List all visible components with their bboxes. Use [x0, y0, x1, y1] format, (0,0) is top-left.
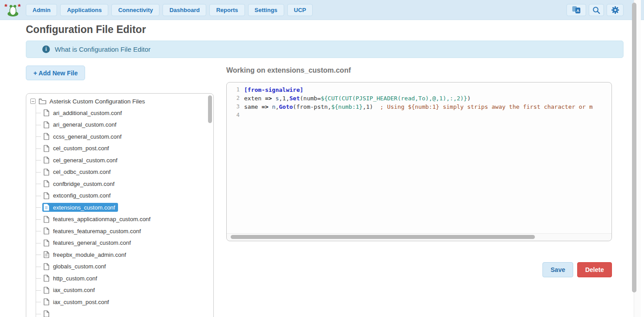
config-code-editor[interactable]: 1234 [from-signalwire]exten => s,1,Set(n…: [226, 82, 612, 241]
tree-item-body[interactable]: ccss_general_custom.conf: [42, 132, 125, 141]
file-icon: [43, 216, 49, 223]
nav-item-applications[interactable]: Applications: [60, 4, 108, 16]
page-scrollbar-thumb[interactable]: [632, 3, 636, 292]
file-icon: [43, 310, 49, 317]
file-icon: [43, 109, 49, 116]
search-button[interactable]: [589, 4, 604, 16]
nav-right-icons: A: [567, 4, 624, 16]
tree-file-ccss_general_custom.conf[interactable]: ccss_general_custom.conf: [26, 131, 213, 143]
translate-icon: A: [572, 6, 581, 14]
tree-file-features_applicationmap_custom.conf[interactable]: features_applicationmap_custom.conf: [26, 214, 213, 226]
nav-item-dashboard[interactable]: Dashboard: [163, 4, 206, 16]
file-name-label: cel_custom_post.conf: [53, 145, 109, 152]
tree-item-body[interactable]: ari_general_custom.conf: [42, 120, 119, 129]
file-name-label: ccss_general_custom.conf: [53, 133, 122, 140]
file-icon: [43, 227, 49, 235]
tree-file-http_custom.conf[interactable]: http_custom.conf: [26, 272, 213, 284]
search-icon: [592, 6, 600, 14]
file-icon: [43, 169, 49, 176]
tree-item-body[interactable]: features_general_custom.conf: [42, 239, 134, 247]
freepbx-logo-icon[interactable]: * *: [4, 2, 22, 17]
tree-item-body[interactable]: [42, 309, 56, 317]
delete-button[interactable]: Delete: [577, 262, 612, 277]
tree-file-extensions_custom.conf[interactable]: extensions_custom.conf: [26, 202, 213, 214]
file-name-label: features_general_custom.conf: [53, 239, 131, 246]
tree-file-cel_custom_post.conf[interactable]: cel_custom_post.conf: [26, 143, 213, 155]
collapse-icon[interactable]: [30, 99, 36, 104]
line-number: 2: [230, 94, 240, 103]
tree-scrollbar-thumb[interactable]: [208, 95, 212, 123]
tree-file-freepbx_module_admin.conf[interactable]: freepbx_module_admin.conf: [26, 249, 213, 261]
nav-menu: AdminApplicationsConnectivityDashboardRe…: [26, 4, 313, 16]
file-icon: [43, 275, 49, 282]
tree-item-body[interactable]: cel_general_custom.conf: [42, 156, 121, 165]
nav-item-ucp[interactable]: UCP: [287, 4, 313, 16]
tree-item-body[interactable]: globals_custom.conf: [42, 262, 109, 271]
editor-hscroll-thumb[interactable]: [231, 235, 535, 239]
tree-item-body[interactable]: features_applicationmap_custom.conf: [42, 215, 154, 224]
tree-file-ari_general_custom.conf[interactable]: ari_general_custom.conf: [26, 119, 213, 131]
nav-item-reports[interactable]: Reports: [209, 4, 245, 16]
file-icon: [43, 204, 49, 211]
tree-file-extconfig_custom.conf[interactable]: extconfig_custom.conf: [26, 190, 213, 202]
code-line[interactable]: [244, 111, 611, 119]
tree-item-body[interactable]: ari_additional_custom.conf: [42, 108, 125, 117]
file-name-label: freepbx_module_admin.conf: [53, 251, 126, 258]
tree-file-iax_custom.conf[interactable]: iax_custom.conf: [26, 284, 213, 296]
page-title: Configuration File Editor: [26, 24, 146, 36]
code-line[interactable]: exten => s,1,Set(numb=${CUT(CUT(PJSIP_HE…: [244, 94, 611, 103]
nav-item-connectivity[interactable]: Connectivity: [111, 4, 159, 16]
file-icon: [43, 156, 49, 164]
file-name-label: ari_general_custom.conf: [53, 121, 116, 128]
file-name-label: cel_odbc_custom.conf: [53, 169, 110, 175]
file-icon: [43, 121, 49, 128]
tree-root-label: Asterisk Custom Configuration Files: [49, 98, 145, 105]
file-tree-panel: Asterisk Custom Configuration Files ari_…: [26, 93, 214, 317]
tree-item-body[interactable]: freepbx_module_admin.conf: [42, 250, 129, 259]
tree-file-ari_additional_custom.conf[interactable]: ari_additional_custom.conf: [26, 107, 213, 119]
tree-file-cel_odbc_custom.conf[interactable]: cel_odbc_custom.conf: [26, 166, 213, 178]
code-area[interactable]: [from-signalwire]exten => s,1,Set(numb=$…: [244, 86, 611, 230]
working-on-heading: Working on extensions_custom.conf: [226, 66, 351, 74]
tree-item-body[interactable]: features_featuremap_custom.conf: [42, 226, 144, 235]
file-name-label: http_custom.conf: [53, 275, 97, 282]
file-name-label: iax_custom_post.conf: [53, 299, 109, 305]
tree-item-body[interactable]: extconfig_custom.conf: [42, 191, 114, 200]
tree-item-body[interactable]: iax_custom.conf: [42, 286, 98, 295]
tree-item-body[interactable]: cel_odbc_custom.conf: [42, 168, 114, 177]
tree-file-partial[interactable]: [26, 308, 213, 317]
tree-file-iax_custom_post.conf[interactable]: iax_custom_post.conf: [26, 296, 213, 308]
top-navbar: * * AdminApplicationsConnectivityDashboa…: [0, 0, 644, 20]
line-number: 1: [230, 86, 240, 94]
info-banner[interactable]: i What is Configuration File Editor: [26, 41, 624, 58]
file-icon: [43, 133, 49, 140]
tree-item-body[interactable]: iax_custom_post.conf: [42, 297, 112, 306]
file-name-label: confbridge_custom.conf: [53, 181, 114, 187]
file-icon: [43, 298, 49, 305]
nav-item-admin[interactable]: Admin: [26, 4, 57, 16]
code-line[interactable]: [from-signalwire]: [244, 86, 611, 94]
file-icon: [43, 192, 49, 199]
svg-text:*: *: [18, 3, 21, 11]
file-icon: [43, 145, 49, 152]
tree-item-body[interactable]: http_custom.conf: [42, 274, 100, 283]
translate-button[interactable]: A: [567, 4, 586, 16]
add-new-file-button[interactable]: + Add New File: [26, 66, 85, 80]
tree-file-features_featuremap_custom.conf[interactable]: features_featuremap_custom.conf: [26, 225, 213, 237]
settings-button[interactable]: [607, 4, 624, 16]
tree-item-body[interactable]: confbridge_custom.conf: [42, 179, 118, 188]
tree-file-globals_custom.conf[interactable]: globals_custom.conf: [26, 261, 213, 273]
code-editor-body[interactable]: 1234 [from-signalwire]exten => s,1,Set(n…: [227, 82, 611, 230]
code-line[interactable]: same => n,Goto(from-pstn,${numb:1},1) ; …: [244, 103, 611, 111]
save-button[interactable]: Save: [542, 262, 573, 277]
tree-root-node[interactable]: Asterisk Custom Configuration Files: [26, 95, 213, 107]
file-name-label: features_applicationmap_custom.conf: [53, 216, 151, 222]
nav-item-settings[interactable]: Settings: [248, 4, 284, 16]
tree-file-features_general_custom.conf[interactable]: features_general_custom.conf: [26, 237, 213, 249]
editor-actions: Save Delete: [542, 262, 612, 277]
line-number: 3: [230, 103, 240, 111]
tree-file-cel_general_custom.conf[interactable]: cel_general_custom.conf: [26, 154, 213, 166]
tree-file-confbridge_custom.conf[interactable]: confbridge_custom.conf: [26, 178, 213, 190]
tree-item-body[interactable]: extensions_custom.conf: [42, 203, 118, 212]
tree-item-body[interactable]: cel_custom_post.conf: [42, 144, 112, 153]
